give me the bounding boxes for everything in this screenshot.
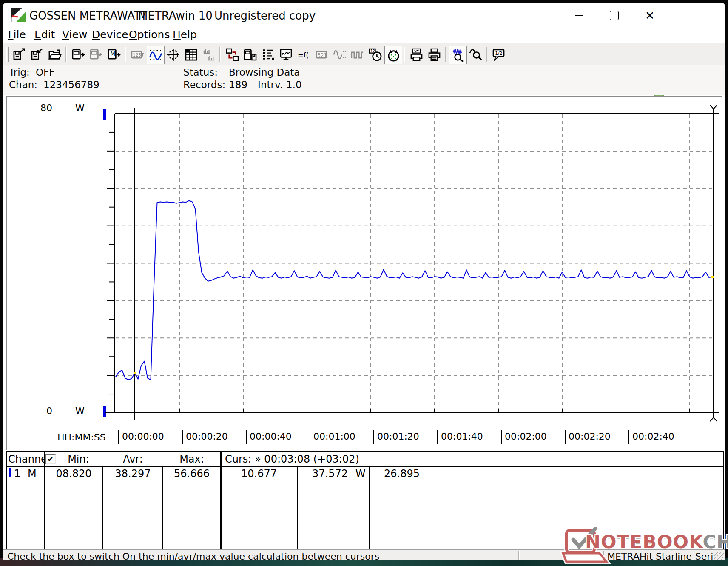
toolbar-button-annotation[interactable]	[490, 46, 507, 63]
clock-icon	[369, 48, 382, 61]
cell-cursor2: 37.572W	[312, 468, 366, 480]
toolbar-separator	[65, 47, 67, 62]
toolbar-button-device-connect[interactable]	[224, 46, 241, 63]
title-bar[interactable]: GOSSEN METRAWATT METRAwin 10 Unregistere…	[3, 3, 725, 25]
toolbar-button-print-preview[interactable]	[408, 46, 425, 63]
close-icon: ✕	[645, 9, 655, 22]
screen: GOSSEN METRAWATT METRAwin 10 Unregistere…	[0, 0, 728, 566]
channel-list-icon	[262, 48, 275, 61]
menu-options[interactable]: Options	[129, 29, 170, 41]
toolbar-button-print[interactable]	[426, 46, 443, 63]
sine-icon	[333, 48, 346, 61]
cell-cursor2-unit: W	[355, 468, 366, 480]
memory-out-icon	[108, 48, 121, 61]
toolbar-button-read-device[interactable]	[70, 46, 87, 63]
toolbar-separator	[404, 47, 405, 62]
toolbar-button-numeric-display	[129, 46, 146, 63]
link-config-icon	[226, 48, 239, 61]
note-icon	[492, 48, 506, 61]
toolbar-button-zoom-time[interactable]	[449, 46, 467, 64]
cell-channel-id: 1	[14, 468, 20, 480]
toolbar	[3, 43, 725, 66]
toolbar-button-table-display[interactable]	[182, 46, 199, 63]
y-axis-min-label: 0	[33, 406, 52, 416]
app-icon	[11, 8, 26, 22]
status-bar-divider	[518, 551, 520, 560]
toolbar-separator	[219, 47, 221, 62]
status-readout: Status:Browsing Data	[183, 67, 300, 78]
meter-in-icon	[90, 48, 103, 61]
x-axis-tick-label: 00:01:00	[310, 430, 355, 444]
print-preview-icon	[410, 48, 423, 61]
floppy-in-icon	[31, 48, 44, 61]
records-readout: Records:189Intrv.1.0	[183, 79, 302, 90]
x-axis-tick-label: 00:02:00	[501, 430, 547, 444]
toolbar-button-monitor-display[interactable]	[277, 46, 294, 63]
lcd-1257-icon	[131, 48, 144, 61]
fx-icon	[297, 48, 310, 61]
printer-icon	[428, 48, 441, 61]
window-title-brand: GOSSEN METRAWATT	[29, 9, 147, 22]
status-bar-divider	[603, 551, 604, 560]
toolbar-button-analog-signals	[331, 46, 348, 63]
cell-delta: 26.895	[384, 468, 420, 480]
menu-bar: File Edit View Device Options Help	[3, 25, 725, 43]
channel-id: Chan:123456789	[9, 79, 100, 90]
x-axis-tick-label: 00:02:20	[565, 430, 611, 444]
toolbar-button-xy-display[interactable]	[165, 46, 182, 63]
status-bar-device: METRAHit Starline-Seri	[607, 551, 713, 560]
toolbar-button-formula[interactable]	[295, 46, 312, 63]
toolbar-button-save-export[interactable]	[11, 46, 28, 63]
toolbar-separator	[486, 47, 487, 62]
x-axis-tick-label: 00:01:20	[373, 430, 419, 444]
menu-view[interactable]: View	[62, 29, 87, 41]
chart-area[interactable]	[6, 96, 722, 450]
col-header-cursor: Curs: » 00:03:08 (+03:02)	[225, 453, 359, 465]
lcd-321-icon	[315, 48, 328, 61]
col-header-min: Min:	[54, 453, 103, 465]
toolbar-button-live-meter[interactable]	[384, 46, 402, 64]
meter-out-icon	[72, 48, 85, 61]
toolbar-button-device-store[interactable]	[242, 46, 259, 63]
menu-help[interactable]: Help	[173, 29, 197, 41]
x-axis-caption: HH:MM:SS	[57, 432, 106, 443]
toolbar-button-read-memory[interactable]	[105, 46, 122, 63]
menu-edit[interactable]: Edit	[34, 29, 55, 41]
cell-max: 56.666	[163, 468, 221, 480]
maximize-button[interactable]	[604, 9, 624, 22]
resize-grip[interactable]	[714, 552, 724, 560]
menu-file[interactable]: File	[8, 29, 26, 41]
trigger-status: Trig:OFF	[9, 67, 54, 78]
channel-row-color-bar	[9, 468, 11, 477]
toolbar-button-zoom-value[interactable]	[467, 46, 484, 63]
pulse-icon	[351, 48, 364, 61]
toolbar-button-histogram-display	[200, 46, 217, 63]
folder-icon	[48, 48, 62, 61]
curve-view-icon	[149, 49, 162, 62]
table-grid-icon	[185, 48, 198, 61]
floppy-out-icon	[13, 48, 26, 61]
x-axis-tick-label: 00:00:20	[182, 430, 228, 444]
toolbar-drag-handle[interactable]	[6, 47, 9, 62]
status-bar-message: Check the box to switch On the min/avr/m…	[7, 551, 379, 560]
toolbar-button-save-import[interactable]	[28, 46, 46, 63]
cell-channel-flag: M	[28, 468, 37, 480]
col-header-avr: Avr:	[103, 453, 163, 465]
toolbar-button-open-file[interactable]	[46, 46, 63, 63]
minimize-button[interactable]	[569, 9, 589, 22]
x-axis-tick-label: 00:02:40	[628, 430, 674, 444]
toolbar-button-lcd-values	[313, 46, 330, 63]
window-title-license: Unregistered copy	[214, 9, 316, 22]
y-axis-unit-top: W	[75, 103, 85, 113]
monitor-icon	[279, 48, 293, 61]
menu-device[interactable]: Device	[92, 29, 128, 41]
toolbar-button-time-settings[interactable]	[367, 46, 384, 63]
toolbar-button-curve-display[interactable]	[147, 46, 165, 64]
cell-cursor1: 10.677	[221, 468, 297, 480]
device-save-icon	[244, 48, 257, 61]
close-button[interactable]: ✕	[640, 9, 660, 22]
zoom-curve-icon	[469, 48, 482, 61]
toolbar-button-channel-setup[interactable]	[259, 46, 276, 63]
x-axis-tick-label: 00:00:40	[246, 430, 292, 444]
cell-avr: 38.297	[103, 468, 163, 480]
